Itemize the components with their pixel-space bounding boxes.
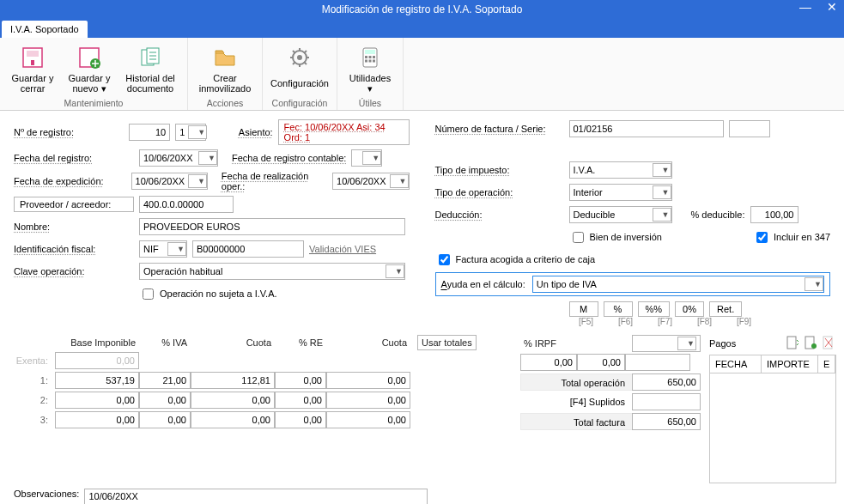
btn-modifier-pctpct[interactable]: %% <box>638 301 671 317</box>
add-page-icon[interactable] <box>785 335 800 350</box>
btn-modifier-ret[interactable]: Ret. <box>709 301 742 317</box>
input-irpf-pct[interactable] <box>577 354 625 371</box>
lbl-fecha-expedicion: Fecha de expedición: <box>14 176 126 186</box>
input-num-factura[interactable] <box>569 120 724 137</box>
check-incluir-347[interactable]: Incluir en 347 <box>753 229 830 246</box>
dropdown-ayuda-calculo[interactable]: Un tipo de IVA▼ <box>532 276 824 293</box>
dropdown-deduccion[interactable]: Deducible▼ <box>569 206 672 223</box>
close-icon[interactable]: ✕ <box>823 0 841 14</box>
svg-rect-2 <box>31 60 34 65</box>
r2-piva[interactable] <box>139 392 191 409</box>
r2-base[interactable] <box>55 392 139 409</box>
ribbon-save-new[interactable]: Guardar y nuevo ▾ <box>64 41 115 96</box>
input-irpf-extra[interactable] <box>625 354 690 371</box>
lbl-n-registro: Nº de registro: <box>14 127 124 137</box>
dropdown-n-registro-sub[interactable]: 1▼ <box>175 124 206 141</box>
iva-row-3: 3: <box>14 411 512 428</box>
hdr-cuota2: Cuota <box>326 336 410 349</box>
btn-modifier-m[interactable]: M <box>569 301 598 317</box>
form-area: Nº de registro: 1▼ Asiento: Fec: 10/06/2… <box>0 111 844 331</box>
check-no-sujeta[interactable]: Operación no sujeta a I.V.A. <box>139 286 277 302</box>
lbl-asiento: Asiento: <box>239 127 273 137</box>
r3-pre[interactable] <box>275 411 326 428</box>
lbl-proveedor[interactable]: Proveedor / acreedor: <box>14 197 134 212</box>
val-total-factura[interactable] <box>632 413 701 430</box>
left-column: Nº de registro: 1▼ Asiento: Fec: 10/06/2… <box>14 119 410 326</box>
ribbon-utilidades[interactable]: Utilidades ▾ <box>344 41 396 96</box>
ribbon-group-mantenimiento: Guardar y cerrar Guardar y nuevo ▾ Histo… <box>0 38 188 110</box>
r3-cuota2[interactable] <box>326 411 410 428</box>
save-new-icon <box>76 44 103 71</box>
r1-cuota2[interactable] <box>326 372 410 389</box>
svg-rect-13 <box>373 56 375 58</box>
input-fecha-realizacion[interactable]: 10/06/20XX▼ <box>332 173 410 190</box>
link-validacion-vies[interactable]: Validación VIES <box>309 244 376 254</box>
val-total-op[interactable] <box>632 373 701 391</box>
r1-base[interactable] <box>55 372 139 389</box>
input-observaciones[interactable] <box>84 489 428 504</box>
ribbon-group-config: Configuración Configuración <box>263 38 337 110</box>
r1-cuota[interactable] <box>191 372 275 389</box>
lbl-pagos: Pagos <box>709 338 736 349</box>
col-importe: IMPORTE <box>762 355 818 373</box>
val-suplidos[interactable] <box>632 393 701 410</box>
svg-rect-15 <box>369 60 372 63</box>
r3-piva[interactable] <box>139 411 191 428</box>
input-fecha-expedicion[interactable]: 10/06/20XX▼ <box>131 173 209 190</box>
lbl-total-factura: Total factura <box>520 413 632 430</box>
input-nombre[interactable] <box>139 218 405 235</box>
r2-cuota2[interactable] <box>326 392 410 409</box>
btn-modifier-0pct[interactable]: 0% <box>675 301 704 317</box>
ribbon: Guardar y cerrar Guardar y nuevo ▾ Histo… <box>0 38 844 111</box>
r3-base[interactable] <box>55 411 139 428</box>
btn-modifier-pct[interactable]: % <box>604 301 633 317</box>
ribbon-crear-inmovilizado[interactable]: Crear inmovilizado <box>195 41 255 96</box>
lbl-tipo-operacion: Tipo de operación: <box>435 187 564 197</box>
chevron-down-icon: ▼ <box>653 163 671 177</box>
r2-cuota[interactable] <box>191 392 275 409</box>
ribbon-history[interactable]: Historial del documento <box>120 41 180 96</box>
check-criterio-caja[interactable]: Factura acogida a criterio de caja <box>435 252 596 268</box>
check-bien-inversion[interactable]: Bien de inversión <box>569 229 662 246</box>
input-proveedor[interactable] <box>139 196 234 213</box>
chevron-down-icon: ▼ <box>386 264 404 278</box>
lbl-deduccion: Deducción: <box>435 209 564 220</box>
input-irpf-base[interactable] <box>520 354 577 371</box>
ribbon-config[interactable]: Configuración <box>270 41 330 96</box>
r2-pre[interactable] <box>275 392 326 409</box>
dropdown-tipo-impuesto[interactable]: I.V.A.▼ <box>569 161 672 179</box>
hdr-base: Base Imponible <box>55 336 139 349</box>
lbl-suplidos[interactable]: [F4] Suplidos <box>520 393 632 410</box>
chevron-down-icon: ▼ <box>188 174 207 188</box>
r1-pre[interactable] <box>275 372 326 389</box>
lbl-id-fiscal: Identificación fiscal: <box>14 244 134 254</box>
col-fecha: FECHA <box>710 355 762 373</box>
lbl-tipo-impuesto: Tipo de impuesto: <box>435 165 564 175</box>
minimize-icon[interactable]: — <box>796 0 815 14</box>
input-fecha-contable[interactable]: ▼ <box>351 149 382 167</box>
r3-cuota[interactable] <box>191 411 275 428</box>
input-pct-deducible[interactable] <box>750 206 798 223</box>
asiento-display[interactable]: Fec: 10/06/20XX Asi: 34 Ord: 1 <box>278 119 410 145</box>
dropdown-tipo-operacion[interactable]: Interior▼ <box>569 184 672 201</box>
delete-page-icon[interactable] <box>821 335 836 350</box>
folder-plus-icon <box>211 44 239 71</box>
dropdown-irpf-ph[interactable]: ▼ <box>632 335 701 352</box>
input-serie[interactable] <box>729 120 770 137</box>
calculator-icon <box>356 44 384 71</box>
ribbon-save-close[interactable]: Guardar y cerrar <box>7 41 58 96</box>
input-n-registro[interactable] <box>129 124 170 141</box>
chevron-down-icon: ▼ <box>390 174 409 188</box>
edit-page-icon[interactable] <box>803 335 818 350</box>
btn-usar-totales[interactable]: Usar totales <box>417 335 477 350</box>
hdr-cuota: Cuota <box>191 336 275 349</box>
pagos-table[interactable]: FECHA IMPORTE E <box>709 355 836 483</box>
dropdown-clave-operacion[interactable]: Operación habitual▼ <box>139 263 405 280</box>
lbl-total-op: Total operación <box>520 373 632 391</box>
tab-iva-soportado[interactable]: I.V.A. Soportado <box>2 21 88 38</box>
input-fecha-registro[interactable]: 10/06/20XX▼ <box>139 149 218 167</box>
dropdown-id-tipo[interactable]: NIF▼ <box>139 240 187 258</box>
input-id-num[interactable] <box>192 240 304 258</box>
tab-strip: I.V.A. Soportado <box>0 19 844 38</box>
r1-piva[interactable] <box>139 372 191 389</box>
